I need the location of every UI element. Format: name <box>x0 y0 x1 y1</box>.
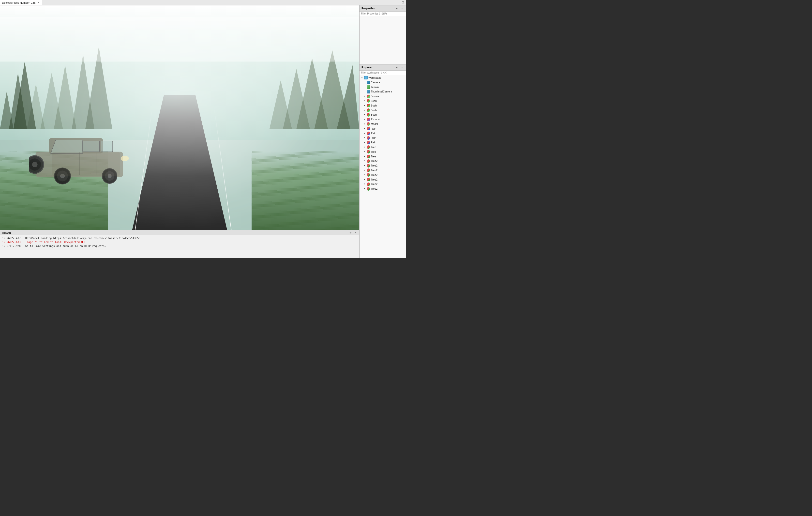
properties-close-button[interactable]: × <box>400 6 404 10</box>
tree-label: Camera <box>371 80 380 85</box>
tree-item-bush4[interactable]: ▶Bush <box>359 112 406 117</box>
explorer-close-button[interactable]: × <box>400 65 404 69</box>
viewport-scene <box>0 5 359 230</box>
properties-settings-button[interactable]: ⊙ <box>395 6 399 10</box>
viewport-area: Output ⊙ × 16:26:22.497 - DataModel Load… <box>0 5 359 258</box>
tree-label: Model <box>371 122 378 126</box>
tree-item-rain3[interactable]: ▶Rain <box>359 136 406 140</box>
tree-item-bush3[interactable]: ▶Bush <box>359 108 406 113</box>
tree-item-model[interactable]: ▶Model <box>359 122 406 126</box>
chevron-icon[interactable]: ▶ <box>363 113 366 116</box>
beam-icon <box>367 95 370 98</box>
tree-item-tree2a[interactable]: ▶Tree2 <box>359 159 406 163</box>
tree-label: Tree <box>371 154 376 159</box>
chevron-icon[interactable]: ▶ <box>363 132 366 135</box>
tab-close-button[interactable]: × <box>37 1 40 4</box>
tree-icon <box>367 160 370 163</box>
tree-item-tree2b[interactable]: ▶Tree2 <box>359 163 406 168</box>
rain-icon <box>367 136 370 140</box>
log-entry: 16:27:12.928 - Go to Game Settings and t… <box>2 244 357 248</box>
output-close-button[interactable]: × <box>353 231 357 235</box>
log-entry: 16:26:22.633 - Image "" failed to load: … <box>2 240 357 244</box>
chevron-icon[interactable]: ▶ <box>363 99 366 102</box>
chevron-icon[interactable]: ▶ <box>363 122 366 125</box>
restore-button[interactable]: ❐ <box>401 0 405 5</box>
chevron-icon[interactable]: ▶ <box>363 141 366 144</box>
tree-item-tree2f[interactable]: ▶Tree2 <box>359 182 406 187</box>
viewport[interactable] <box>0 5 359 230</box>
tree-icon <box>367 178 370 181</box>
tree-item-exhaust[interactable]: ▶Exhaust <box>359 117 406 122</box>
tree-item-tree2g[interactable]: ▶Tree2 <box>359 187 406 191</box>
properties-title: Properties <box>361 7 375 10</box>
chevron-icon[interactable]: ▶ <box>363 164 366 167</box>
car-container <box>29 128 137 190</box>
tree-label: Tree2 <box>371 182 377 186</box>
chevron-icon[interactable]: ▶ <box>363 173 366 176</box>
chevron-icon[interactable]: ▶ <box>363 137 366 139</box>
tree-item-rain1[interactable]: ▶Rain <box>359 126 406 131</box>
terrain-icon <box>367 85 370 89</box>
explorer-panel: Explorer ⊙ × ▼WorkspaceCameraTerrainThum… <box>359 64 406 258</box>
tree-icon <box>367 155 370 158</box>
tree-item-tree2d[interactable]: ▶Tree2 <box>359 173 406 177</box>
svg-marker-2 <box>54 65 76 128</box>
tree-label: Bush <box>371 104 377 108</box>
explorer-settings-button[interactable]: ⊙ <box>395 65 399 69</box>
chevron-icon[interactable]: ▶ <box>363 109 366 112</box>
tree-item-bush1[interactable]: ▶Bush <box>359 98 406 103</box>
tree-icon <box>367 169 370 172</box>
right-panels: Properties ⊙ × Explorer ⊙ × ▼Workspa <box>359 5 406 258</box>
chevron-icon[interactable]: ▶ <box>363 178 366 181</box>
tree-label: Rain <box>371 136 376 140</box>
chevron-icon[interactable]: ▶ <box>363 183 366 186</box>
tree-icon <box>367 150 370 153</box>
svg-rect-17 <box>83 141 99 152</box>
tree-item-tree2[interactable]: ▶Tree <box>359 149 406 154</box>
chevron-icon <box>363 86 366 89</box>
tree-item-terrain[interactable]: Terrain <box>359 85 406 89</box>
thumbnail-icon <box>367 90 370 93</box>
tree-label: Bush <box>371 113 377 117</box>
tree-item-tree2c[interactable]: ▶Tree2 <box>359 168 406 173</box>
bush-icon <box>367 104 370 107</box>
tree-item-camera[interactable]: Camera <box>359 80 406 85</box>
tree-item-workspace[interactable]: ▼Workspace <box>359 76 406 80</box>
tree-icon <box>367 145 370 149</box>
output-panel: Output ⊙ × 16:26:22.497 - DataModel Load… <box>0 230 359 258</box>
chevron-icon[interactable]: ▼ <box>360 76 364 79</box>
tree-item-rain4[interactable]: ▶Rain <box>359 140 406 145</box>
tree-icon <box>367 187 370 191</box>
tree-item-tree3[interactable]: ▶Tree <box>359 154 406 159</box>
tree-icon <box>367 182 370 186</box>
bush-icon <box>367 99 370 103</box>
tree-label: Bush <box>371 99 377 103</box>
chevron-icon[interactable]: ▶ <box>363 188 366 190</box>
chevron-icon[interactable]: ▶ <box>363 155 366 158</box>
tree-item-beams[interactable]: ▶Beams <box>359 94 406 98</box>
rain-icon <box>367 132 370 135</box>
chevron-icon[interactable]: ▶ <box>363 150 366 153</box>
tree-item-tree2e[interactable]: ▶Tree2 <box>359 177 406 182</box>
chevron-icon[interactable]: ▶ <box>363 127 366 130</box>
output-header: Output ⊙ × <box>0 230 359 235</box>
chevron-icon[interactable]: ▶ <box>363 169 366 172</box>
chevron-icon[interactable]: ▶ <box>363 160 366 163</box>
tree-label: ThumbnailCamera <box>371 89 392 94</box>
tree-item-thumbnailcamera[interactable]: ThumbnailCamera <box>359 89 406 94</box>
chevron-icon[interactable]: ▶ <box>363 118 366 121</box>
chevron-icon[interactable]: ▶ <box>363 95 366 98</box>
output-settings-button[interactable]: ⊙ <box>348 231 352 235</box>
tree-item-bush2[interactable]: ▶Bush <box>359 103 406 108</box>
explorer-filter-input[interactable] <box>359 70 406 75</box>
bush-icon <box>367 109 370 112</box>
properties-header: Properties ⊙ × <box>359 5 406 11</box>
chevron-icon[interactable]: ▶ <box>363 104 366 107</box>
properties-panel: Properties ⊙ × <box>359 5 406 64</box>
title-tab[interactable]: alexx5's Place Number: 135 × <box>0 0 42 5</box>
properties-filter-input[interactable] <box>359 11 406 16</box>
tree-item-tree1[interactable]: ▶Tree <box>359 145 406 149</box>
tree-item-rain2[interactable]: ▶Rain <box>359 131 406 136</box>
chevron-icon[interactable]: ▶ <box>363 146 366 148</box>
svg-rect-29 <box>52 152 120 176</box>
